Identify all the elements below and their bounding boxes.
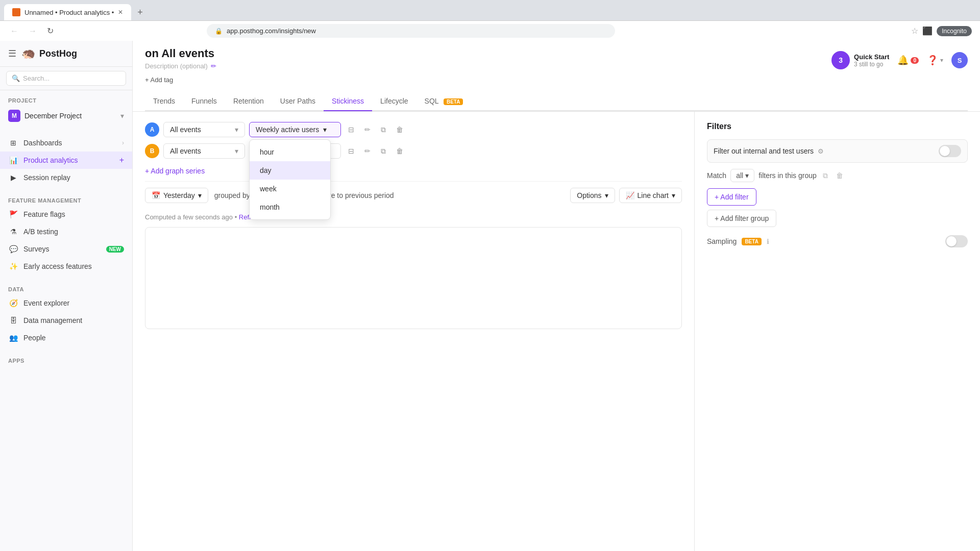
dropdown-item-week[interactable]: week [250, 180, 330, 198]
main-nav: ⊞ Dashboards › 📊 Product analytics + ▶ S… [0, 130, 132, 190]
project-arrow-icon: ▾ [120, 112, 124, 120]
tab-close-button[interactable]: ✕ [118, 9, 123, 16]
help-button[interactable]: ❓ ▾ [927, 55, 943, 66]
tabs-bar: Trends Funnels Retention User Paths Stic… [145, 92, 968, 111]
plus-icon[interactable]: + [119, 156, 124, 165]
sampling-toggle[interactable] [945, 235, 968, 247]
tab-stickiness[interactable]: Stickiness [324, 92, 372, 111]
dropdown-item-day[interactable]: day [250, 161, 330, 180]
sidebar-item-session-replay[interactable]: ▶ Session replay [0, 169, 132, 186]
tab-sql[interactable]: SQL BETA [416, 92, 472, 111]
info-icon[interactable]: ℹ [767, 238, 769, 245]
quick-start-button[interactable]: 3 Quick Start 3 still to go [831, 51, 889, 69]
internal-filter-row: Filter out internal and test users ⚙ [707, 139, 968, 163]
match-select[interactable]: all ▾ [730, 169, 754, 182]
tab-trends[interactable]: Trends [145, 92, 183, 111]
delete-icon-btn-b[interactable]: 🗑 [393, 144, 406, 158]
url-bar[interactable]: 🔒 app.posthog.com/insights/new [207, 24, 615, 38]
add-tag-button[interactable]: + Add tag [145, 74, 216, 86]
tab-user-paths[interactable]: User Paths [272, 92, 324, 111]
browser-tab[interactable]: Unnamed • Product analytics • ✕ [4, 4, 131, 20]
add-filter-group-label: + Add filter group [715, 214, 769, 222]
filters-title: Filters [707, 122, 968, 131]
sidebar-item-surveys[interactable]: 💬 Surveys NEW [0, 240, 132, 258]
delete-filter-group-button[interactable]: 🗑 [834, 169, 845, 182]
delete-icon-btn[interactable]: 🗑 [393, 122, 406, 137]
series-a-event-select[interactable]: All events ▾ [163, 122, 245, 137]
sidebar-item-feature-flags[interactable]: 🚩 Feature flags [0, 206, 132, 223]
tab-lifecycle[interactable]: Lifecycle [372, 92, 416, 111]
forward-button[interactable]: → [27, 24, 39, 38]
refresh-button[interactable]: ↻ [45, 24, 56, 38]
bookmark-icon[interactable]: ☆ [911, 26, 918, 36]
add-series-label: + Add graph series [145, 167, 205, 175]
notifications-button[interactable]: 🔔 0 [897, 55, 919, 66]
tab-retention[interactable]: Retention [225, 92, 272, 111]
add-filter-group-button[interactable]: + Add filter group [707, 210, 776, 227]
compass-icon: 🧭 [8, 298, 18, 308]
user-avatar[interactable]: S [951, 52, 968, 68]
add-tag-label: + Add tag [145, 76, 173, 84]
edit-icon-btn[interactable]: ✏ [361, 122, 374, 137]
options-button[interactable]: Options ▾ [570, 188, 615, 203]
sidebar-search: 🔍 Search... [0, 67, 132, 90]
cast-icon[interactable]: ⬛ [922, 26, 933, 36]
chart-type-button[interactable]: 📈 Line chart ▾ [619, 188, 682, 203]
series-a-metric-value: Weekly active users [256, 126, 319, 134]
add-series-button[interactable]: + Add graph series [145, 165, 682, 177]
flag-icon: 🚩 [8, 209, 18, 219]
sidebar-item-ab-testing[interactable]: ⚗ A/B testing [0, 223, 132, 240]
quick-start-sub: 3 still to go [854, 61, 889, 68]
address-bar: ← → ↻ 🔒 app.posthog.com/insights/new ☆ ⬛… [0, 20, 980, 41]
sidebar-item-label: Event explorer [23, 299, 69, 307]
filter-toggle[interactable] [939, 145, 961, 157]
tab-funnels[interactable]: Funnels [183, 92, 225, 111]
back-button[interactable]: ← [8, 24, 20, 38]
series-a-metric-select[interactable]: Weekly active users ▾ [249, 122, 341, 137]
sidebar-item-label: Early access features [23, 262, 92, 270]
match-row: Match all ▾ filters in this group ⧉ 🗑 [707, 169, 968, 182]
sidebar-item-event-explorer[interactable]: 🧭 Event explorer [0, 294, 132, 312]
add-filter-button[interactable]: + Add filter [707, 188, 756, 206]
date-select[interactable]: 📅 Yesterday ▾ [145, 188, 208, 203]
series-b-event-value: All events [170, 147, 201, 155]
sidebar-item-label: Feature flags [23, 210, 65, 218]
database-icon: 🗄 [8, 315, 18, 325]
tab-favicon [12, 8, 20, 16]
edit-icon-btn-b[interactable]: ✏ [361, 144, 374, 158]
chevron-down-icon: ▾ [605, 191, 608, 199]
gear-icon[interactable]: ⚙ [818, 147, 824, 155]
edit-description-icon[interactable]: ✏ [211, 62, 216, 70]
hamburger-icon[interactable]: ☰ [8, 48, 16, 59]
sidebar-item-label: Session replay [23, 173, 70, 182]
sidebar-item-data-management[interactable]: 🗄 Data management [0, 312, 132, 329]
copy-icon-btn[interactable]: ⧉ [378, 122, 389, 137]
series-a-event-value: All events [170, 126, 201, 134]
play-icon: ▶ [8, 172, 18, 183]
filter-icon-btn[interactable]: ⊟ [345, 122, 357, 137]
search-input-wrap[interactable]: 🔍 Search... [6, 71, 126, 86]
project-item[interactable]: M December Project ▾ [0, 106, 132, 126]
tab-bar: Unnamed • Product analytics • ✕ + [0, 0, 980, 20]
sidebar-item-early-access[interactable]: ✨ Early access features [0, 258, 132, 275]
filter-icon-btn-b[interactable]: ⊟ [345, 144, 357, 158]
dropdown-item-hour[interactable]: hour [250, 143, 330, 161]
grid-icon: ⊞ [8, 138, 18, 148]
match-value: all [736, 171, 743, 180]
bell-icon: 🔔 [897, 55, 909, 66]
new-tab-button[interactable]: + [133, 5, 147, 20]
logo-text: PostHog [39, 48, 77, 59]
series-b-event-select[interactable]: All events ▾ [163, 143, 245, 159]
browser-chrome: Unnamed • Product analytics • ✕ + ← → ↻ … [0, 0, 980, 41]
dropdown-item-month[interactable]: month [250, 198, 330, 216]
sidebar-item-dashboards[interactable]: ⊞ Dashboards › [0, 134, 132, 152]
copy-icon-btn-b[interactable]: ⧉ [378, 144, 389, 159]
url-text: app.posthog.com/insights/new [227, 27, 316, 35]
sidebar-item-people[interactable]: 👥 People [0, 329, 132, 346]
sidebar-item-label: Dashboards [23, 139, 62, 147]
sidebar-item-product-analytics[interactable]: 📊 Product analytics + [0, 152, 132, 169]
options-label: Options [577, 191, 601, 199]
sidebar-header: ☰ 🦔 PostHog [0, 41, 132, 67]
copy-filter-group-button[interactable]: ⧉ [821, 169, 830, 182]
sidebar-item-label: People [23, 334, 46, 342]
